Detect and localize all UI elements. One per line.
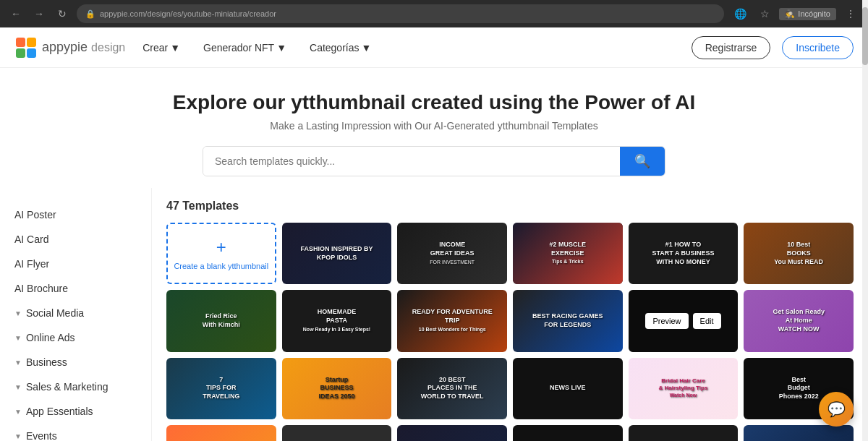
plus-icon: + <box>216 237 226 257</box>
template-grid: + Create a blank ytthumbnail FASHION INS… <box>166 223 854 441</box>
incognito-badge: 🕵 Incógnito <box>779 8 836 20</box>
search-bar: 🔍 <box>203 146 665 176</box>
template-card[interactable]: FASHION INSPIRED BYKPOP IDOLS <box>282 223 392 284</box>
template-card[interactable]: BEST RACING GAMESFOR LEGENDS <box>513 290 623 351</box>
signup-button[interactable]: Inscribete <box>782 36 854 59</box>
nft-nav-button[interactable]: Generador NFT ▼ <box>197 39 292 56</box>
template-card[interactable]: READY FOR ADVENTURETRIP10 Best Wonders f… <box>397 290 507 351</box>
template-text: 20 BESTPLACES IN THEWORLD TO TRAVEL <box>418 373 487 404</box>
template-card[interactable]: #2 MUSCLEEXERCISETips & Tricks <box>513 223 623 284</box>
template-card[interactable]: • • • <box>629 425 739 441</box>
template-card[interactable]: 20 StylingTips <box>397 425 507 441</box>
sidebar-label: AI Poster <box>14 209 56 220</box>
template-text: FASHION INSPIRED BYKPOP IDOLS <box>297 242 375 265</box>
template-card[interactable]: #1 HOW TOSTART A BUSINESSWITH NO MONEY <box>629 223 739 284</box>
preview-button[interactable]: Preview <box>645 313 688 329</box>
svg-rect-3 <box>16 48 25 58</box>
card-overlay: Preview Edit <box>629 290 739 351</box>
sidebar-label: Business <box>26 356 67 368</box>
sidebar-item-business[interactable]: ▼ Business <box>0 350 151 374</box>
sidebar-label: App Essentials <box>26 406 93 417</box>
main-layout: AI Poster AI Card AI Flyer AI Brochure ▼… <box>0 188 868 441</box>
template-card[interactable]: 10 BestBOOKSYou Must READ <box>744 223 854 284</box>
menu-button[interactable]: ⋮ <box>841 4 861 24</box>
sidebar-item-ai-card[interactable]: AI Card <box>0 227 151 252</box>
template-card[interactable]: YummyFood <box>166 425 276 441</box>
template-text: #1 HOW TOSTART A BUSINESSWITH NO MONEY <box>649 238 717 269</box>
sidebar-item-ai-brochure[interactable]: AI Brochure <box>0 276 151 301</box>
app-header: appypie design Crear ▼ Generador NFT ▼ C… <box>0 27 868 68</box>
create-nav-button[interactable]: Crear ▼ <box>137 39 186 56</box>
template-card[interactable]: HOMEMADEPASTANow Ready In 3 Easy Steps! <box>282 290 392 351</box>
forward-button[interactable]: → <box>30 5 48 22</box>
url-bar[interactable]: 🔒 appypie.com/design/es/youtube-miniatur… <box>77 4 724 23</box>
template-text: HOMEMADEPASTANow Ready In 3 Easy Steps! <box>300 305 373 336</box>
incognito-label: Incógnito <box>798 9 830 18</box>
translate-button[interactable]: 🌐 <box>730 4 750 24</box>
template-card[interactable]: GROW <box>513 425 623 441</box>
chevron-icon: ▼ <box>14 408 22 416</box>
template-text: 7TIPS FORTRAVELING <box>200 373 242 404</box>
sidebar-label: Sales & Marketing <box>26 381 109 393</box>
chat-icon: 💬 <box>827 401 846 418</box>
create-blank-label: Create a blank ytthumbnail <box>174 262 268 270</box>
template-text: Bridal Hair Care& Hairstyling TipsWatch … <box>656 374 711 403</box>
sidebar-label: Online Ads <box>26 332 75 343</box>
bookmark-button[interactable]: ☆ <box>754 4 775 24</box>
sidebar-item-ai-flyer[interactable]: AI Flyer <box>0 252 151 276</box>
chevron-icon: ▼ <box>14 359 22 367</box>
sidebar-item-online-ads[interactable]: ▼ Online Ads <box>0 325 151 350</box>
logo-text: appypie design <box>42 40 125 55</box>
template-card[interactable]: • • • <box>282 425 392 441</box>
search-input[interactable] <box>203 147 620 176</box>
sidebar-label: Events <box>26 430 57 441</box>
sidebar-item-events[interactable]: ▼ Events <box>0 424 151 441</box>
template-text: Fried RiceWith Kimchi <box>200 309 243 332</box>
chevron-icon: ▼ <box>14 383 22 391</box>
sidebar: AI Poster AI Card AI Flyer AI Brochure ▼… <box>0 188 152 441</box>
back-button[interactable]: ← <box>7 5 25 22</box>
url-text: appypie.com/design/es/youtube-miniatura/… <box>100 9 276 18</box>
template-text: BEST RACING GAMESFOR LEGENDS <box>529 309 606 332</box>
template-text: 10 BestBOOKSYou Must READ <box>771 238 826 269</box>
template-card[interactable]: Fried RiceWith Kimchi <box>166 290 276 351</box>
sidebar-item-social-media[interactable]: ▼ Social Media <box>0 301 151 325</box>
template-text: Get Salon ReadyAt HomeWATCH NOW <box>770 305 827 336</box>
categories-nav-button[interactable]: Categorías ▼ <box>304 39 377 56</box>
sidebar-item-ai-poster[interactable]: AI Poster <box>0 202 151 227</box>
browser-chrome: ← → ↻ 🔒 appypie.com/design/es/youtube-mi… <box>0 0 868 27</box>
template-count: 47 Templates <box>166 200 854 213</box>
sidebar-label: Social Media <box>26 307 84 319</box>
create-blank-card[interactable]: + Create a blank ytthumbnail <box>166 223 276 284</box>
hero-section: Explore our ytthumbnail created using th… <box>0 68 868 188</box>
reload-button[interactable]: ↻ <box>54 5 71 22</box>
template-card[interactable]: Bridal Hair Care& Hairstyling TipsWatch … <box>629 358 739 419</box>
template-text: #2 MUSCLEEXERCISETips & Tricks <box>547 238 590 269</box>
template-card[interactable]: Get Salon ReadyAt HomeWATCH NOW <box>744 290 854 351</box>
chevron-icon: ▼ <box>14 334 22 342</box>
scrollbar-track[interactable] <box>862 0 868 441</box>
template-card[interactable]: 7TIPS FORTRAVELING <box>166 358 276 419</box>
sidebar-item-sales-marketing[interactable]: ▼ Sales & Marketing <box>0 374 151 399</box>
edit-button[interactable]: Edit <box>693 313 721 329</box>
search-button[interactable]: 🔍 <box>620 147 665 176</box>
template-card[interactable]: StartupBUSINESSIDEAS 2050 <box>282 358 392 419</box>
template-card[interactable]: NEWS LIVE <box>513 358 623 419</box>
template-card[interactable]: Preview Edit <box>629 290 739 351</box>
scrollbar-thumb[interactable] <box>862 7 868 65</box>
floating-action-button[interactable]: 💬 <box>819 392 854 427</box>
chevron-icon: ▼ <box>14 432 22 440</box>
template-card[interactable]: TOP 5PROFITABLE <box>744 425 854 441</box>
logo[interactable]: appypie design <box>14 36 125 59</box>
svg-rect-2 <box>27 38 36 47</box>
template-text: StartupBUSINESSIDEAS 2050 <box>315 373 357 404</box>
template-card[interactable]: 20 BESTPLACES IN THEWORLD TO TRAVEL <box>397 358 507 419</box>
template-card[interactable]: INCOMEGREAT IDEASFOR INVESTMENT <box>397 223 507 284</box>
svg-rect-4 <box>27 48 36 58</box>
sidebar-item-app-essentials[interactable]: ▼ App Essentials <box>0 399 151 424</box>
sidebar-label: AI Brochure <box>14 283 68 294</box>
hero-subtitle: Make a Lasting Impression with Our AI-Ge… <box>14 120 854 132</box>
template-text: READY FOR ADVENTURETRIP10 Best Wonders f… <box>409 305 495 336</box>
browser-actions: 🌐 ☆ 🕵 Incógnito ⋮ <box>730 4 861 24</box>
register-button[interactable]: Registrarse <box>692 36 771 59</box>
